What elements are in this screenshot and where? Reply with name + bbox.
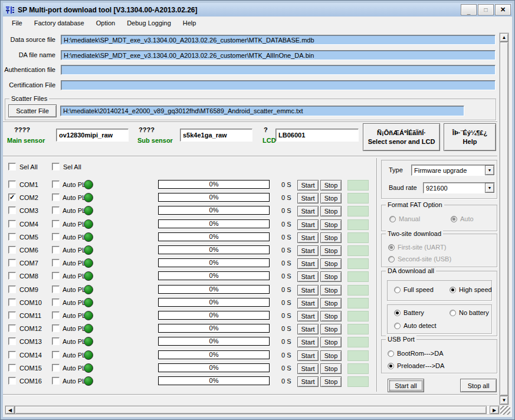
stop-button[interactable]: Stop <box>320 245 342 256</box>
sel-all-ports-checkbox[interactable] <box>8 163 16 170</box>
auto-pl-checkbox[interactable] <box>52 246 60 254</box>
stop-button[interactable]: Stop <box>320 363 342 374</box>
vertical-scrollbar-thumb[interactable] <box>500 42 509 396</box>
com-port-checkbox[interactable] <box>8 337 16 345</box>
select-sensor-lcd-button[interactable]: Ñ¡ÔñÆÁºÍÉãÏñÍ· Select senor and LCD <box>363 123 440 151</box>
com-port-checkbox[interactable] <box>8 324 16 332</box>
auto-pl-checkbox[interactable] <box>52 377 60 385</box>
vertical-scrollbar[interactable]: ▲ ▼ <box>499 32 509 405</box>
scroll-down-icon[interactable]: ▼ <box>500 396 509 405</box>
start-button[interactable]: Start <box>297 298 319 309</box>
radio-option[interactable]: No battery <box>450 309 489 316</box>
stop-button[interactable]: Stop <box>320 258 342 269</box>
horizontal-scrollbar[interactable]: ◀ ▶ <box>5 405 500 415</box>
auto-pl-checkbox[interactable] <box>52 181 60 188</box>
stop-button[interactable]: Stop <box>320 193 342 204</box>
start-button[interactable]: Start <box>297 206 319 216</box>
menu-help[interactable]: Help <box>177 18 202 28</box>
sub-sensor-field[interactable]: s5k4e1ga_raw <box>180 129 252 142</box>
com-port-checkbox[interactable] <box>8 377 16 385</box>
data-source-file-field[interactable]: H:\mediatek\SP_MDT_exe_v3.1304.00_A2013.… <box>61 35 496 45</box>
start-button[interactable]: Start <box>297 350 319 361</box>
start-button[interactable]: Start <box>297 311 319 321</box>
start-button[interactable]: Start <box>297 337 319 347</box>
com-port-checkbox[interactable] <box>8 311 16 319</box>
radio-option[interactable]: High speed <box>450 286 492 293</box>
stop-button[interactable]: Stop <box>320 350 342 361</box>
start-button[interactable]: Start <box>297 245 319 256</box>
auto-pl-checkbox[interactable] <box>52 272 60 280</box>
radio-option[interactable]: Preloader--->DA <box>388 362 444 369</box>
scatter-file-button[interactable]: Scatter File <box>8 104 57 117</box>
lcd-field[interactable]: LB06001 <box>275 129 359 142</box>
main-sensor-field[interactable]: ov12830mipi_raw <box>56 129 129 142</box>
auto-pl-checkbox[interactable] <box>52 298 60 306</box>
start-button[interactable]: Start <box>297 285 319 296</box>
start-all-button[interactable]: Start all <box>388 379 424 392</box>
start-button[interactable]: Start <box>297 324 319 334</box>
menu-debug-logging[interactable]: Debug Logging <box>121 18 177 28</box>
com-port-checkbox[interactable] <box>8 233 16 241</box>
auto-pl-checkbox[interactable] <box>52 351 60 359</box>
stop-button[interactable]: Stop <box>320 232 342 243</box>
auto-pl-checkbox[interactable] <box>52 193 60 201</box>
start-button[interactable]: Start <box>297 193 319 204</box>
start-button[interactable]: Start <box>297 180 319 191</box>
auto-pl-checkbox[interactable] <box>52 233 60 241</box>
type-dropdown[interactable]: Firmware upgrade ▼ <box>411 165 495 176</box>
title-bar[interactable]: SP Multi-port download tool [V3.1304.00-… <box>3 3 512 17</box>
com-port-checkbox[interactable] <box>8 206 16 214</box>
baud-rate-dropdown[interactable]: 921600 ▼ <box>423 182 495 193</box>
com-port-checkbox[interactable]: ✓ <box>8 193 16 201</box>
scatter-file-path-field[interactable]: H:\mediatek\20140214_e2000_v89_gq3012fhd… <box>60 106 464 116</box>
upgrade-help-button[interactable]: ÎÞ·¨Éý¼¶£¿ Help <box>444 123 496 151</box>
com-port-checkbox[interactable] <box>8 286 16 293</box>
radio-option[interactable]: Battery <box>394 309 424 316</box>
radio-option[interactable]: Full speed <box>394 286 434 293</box>
stop-button[interactable]: Stop <box>320 285 342 296</box>
auto-pl-checkbox[interactable] <box>52 364 60 372</box>
start-button[interactable]: Start <box>297 219 319 230</box>
scroll-left-icon[interactable]: ◀ <box>5 406 15 414</box>
auto-pl-checkbox[interactable] <box>52 206 60 214</box>
stop-all-button[interactable]: Stop all <box>460 379 497 392</box>
auto-pl-checkbox[interactable] <box>52 324 60 332</box>
radio-option[interactable]: Auto detect <box>394 322 437 329</box>
auto-pl-checkbox[interactable] <box>52 286 60 293</box>
com-port-checkbox[interactable] <box>8 351 16 359</box>
stop-button[interactable]: Stop <box>320 206 342 216</box>
auto-pl-checkbox[interactable] <box>52 337 60 345</box>
authentication-file-field[interactable] <box>61 65 496 75</box>
scroll-up-icon[interactable]: ▲ <box>500 33 509 42</box>
start-button[interactable]: Start <box>297 271 319 282</box>
stop-button[interactable]: Stop <box>320 337 342 347</box>
com-port-checkbox[interactable] <box>8 220 16 228</box>
start-button[interactable]: Start <box>297 376 319 387</box>
da-file-name-field[interactable]: H:\mediatek\SP_MDT_exe_v3.1304.00_A2013.… <box>61 50 496 60</box>
stop-button[interactable]: Stop <box>320 180 342 191</box>
com-port-checkbox[interactable] <box>8 298 16 306</box>
certification-file-field[interactable] <box>61 80 496 90</box>
com-port-checkbox[interactable] <box>8 181 16 188</box>
stop-button[interactable]: Stop <box>320 219 342 230</box>
close-button[interactable]: ✕ <box>495 4 511 15</box>
auto-pl-checkbox[interactable] <box>52 220 60 228</box>
stop-button[interactable]: Stop <box>320 298 342 309</box>
start-button[interactable]: Start <box>297 258 319 269</box>
radio-option[interactable]: BootRom--->DA <box>388 350 444 357</box>
minimize-button[interactable]: _ <box>461 4 477 15</box>
menu-file[interactable]: File <box>6 18 28 28</box>
type-dropdown-arrow-icon[interactable]: ▼ <box>485 165 494 175</box>
baud-rate-dropdown-arrow-icon[interactable]: ▼ <box>485 183 494 193</box>
com-port-checkbox[interactable] <box>8 259 16 267</box>
auto-pl-checkbox[interactable] <box>52 311 60 319</box>
stop-button[interactable]: Stop <box>320 376 342 387</box>
start-button[interactable]: Start <box>297 232 319 243</box>
stop-button[interactable]: Stop <box>320 271 342 282</box>
start-button[interactable]: Start <box>297 363 319 374</box>
menu-factory-database[interactable]: Factory database <box>28 18 90 28</box>
sel-all-autopl-checkbox[interactable] <box>52 163 60 170</box>
com-port-checkbox[interactable] <box>8 364 16 372</box>
scroll-right-icon[interactable]: ▶ <box>490 406 499 414</box>
horizontal-scrollbar-thumb[interactable] <box>15 406 487 414</box>
